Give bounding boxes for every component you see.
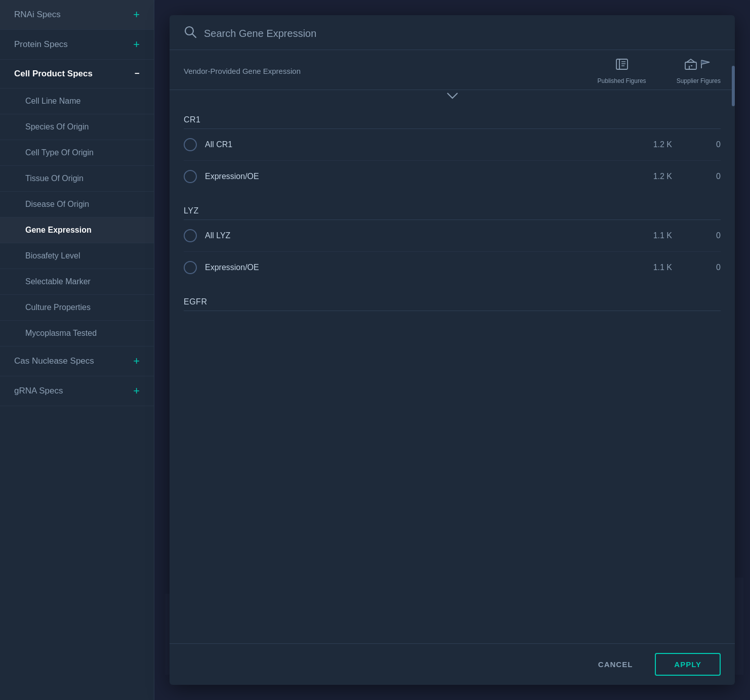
sidebar-item-tissue-of-origin[interactable]: Tissue Of Origin	[0, 166, 154, 192]
gene-row-label: All LYZ	[205, 231, 603, 240]
gene-row-label: Expression/OE	[205, 172, 603, 181]
sidebar-item-label: Protein Specs	[14, 39, 68, 50]
published-figures-label: Published Figures	[598, 77, 646, 84]
sidebar-item-cell-product-specs[interactable]: Cell Product Specs −	[0, 60, 154, 89]
gene-row-supplier: 0	[680, 140, 721, 149]
expand-icon: +	[133, 39, 140, 50]
sidebar-item-biosafety-level[interactable]: Biosafety Level	[0, 243, 154, 269]
published-figures-icon	[615, 57, 629, 74]
gene-expression-list[interactable]: CR1 All CR1 1.2 K 0 Expression/OE 1.2 K …	[170, 101, 735, 643]
sidebar-child-label: Culture Properties	[25, 303, 91, 312]
radio-all-cr1[interactable]	[184, 138, 197, 151]
published-figures-column: Published Figures	[598, 57, 646, 84]
vendor-label: Vendor-Provided Gene Expression	[184, 67, 598, 75]
expand-icon: +	[133, 356, 140, 367]
sidebar-child-label: Biosafety Level	[25, 251, 80, 260]
apply-button[interactable]: APPLY	[655, 653, 721, 676]
cancel-button[interactable]: CANCEL	[586, 654, 645, 675]
supplier-figures-label: Supplier Figures	[677, 77, 721, 84]
sidebar-child-label: Tissue Of Origin	[25, 174, 84, 183]
sidebar-child-label: Selectable Marker	[25, 277, 91, 286]
sidebar-item-cell-type-of-origin[interactable]: Cell Type Of Origin	[0, 140, 154, 166]
sidebar-item-cell-line-name[interactable]: Cell Line Name	[0, 89, 154, 114]
dialog-footer: CANCEL APPLY	[170, 643, 735, 685]
search-input[interactable]	[204, 28, 721, 39]
gene-expression-dialog: Vendor-Provided Gene Expression Publis	[170, 15, 735, 685]
radio-all-lyz[interactable]	[184, 229, 197, 242]
sidebar-child-label: Cell Line Name	[25, 97, 80, 106]
expand-icon: +	[133, 385, 140, 397]
expand-icon: +	[133, 9, 140, 20]
collapse-icon: −	[135, 69, 140, 79]
gene-row-supplier: 0	[680, 172, 721, 181]
sidebar: RNAi Specs + Protein Specs + Cell Produc…	[0, 0, 154, 700]
radio-expr-cr1[interactable]	[184, 170, 197, 183]
gene-row-published: 1.2 K	[611, 172, 672, 181]
column-figures: Published Figures	[598, 57, 721, 84]
gene-row-expr-cr1[interactable]: Expression/OE 1.2 K 0	[184, 161, 721, 192]
gene-group-cr1: CR1 All CR1 1.2 K 0 Expression/OE 1.2 K …	[184, 110, 721, 192]
chevron-indicator	[170, 90, 735, 101]
sidebar-child-label: Cell Type Of Origin	[25, 148, 94, 157]
gene-row-published: 1.2 K	[611, 140, 672, 149]
main-area: Vendor-Provided Gene Expression Publis	[154, 0, 750, 700]
sidebar-item-cas-nuclease-specs[interactable]: Cas Nuclease Specs +	[0, 346, 154, 376]
gene-row-supplier: 0	[680, 231, 721, 240]
sidebar-item-disease-of-origin[interactable]: Disease Of Origin	[0, 192, 154, 217]
gene-row-label: All CR1	[205, 140, 603, 149]
sidebar-item-mycoplasma-tested[interactable]: Mycoplasma Tested	[0, 321, 154, 346]
gene-group-lyz: LYZ All LYZ 1.1 K 0 Expression/OE 1.1 K …	[184, 201, 721, 283]
sidebar-item-label: gRNA Specs	[14, 386, 63, 396]
gene-row-published: 1.1 K	[611, 231, 672, 240]
sidebar-group-label-text: Cell Product Specs	[14, 69, 93, 79]
sidebar-child-label: Disease Of Origin	[25, 200, 89, 209]
sidebar-item-grna-specs[interactable]: gRNA Specs +	[0, 376, 154, 406]
svg-rect-35	[734, 578, 743, 675]
sidebar-child-label: Gene Expression	[25, 226, 92, 235]
supplier-figures-column: Supplier Figures	[677, 57, 721, 84]
sidebar-item-protein-specs[interactable]: Protein Specs +	[0, 30, 154, 60]
gene-group-header-lyz: LYZ	[184, 201, 721, 220]
sidebar-item-culture-properties[interactable]: Culture Properties	[0, 295, 154, 321]
svg-rect-39	[619, 59, 628, 69]
svg-line-37	[192, 34, 196, 37]
gene-row-expr-lyz[interactable]: Expression/OE 1.1 K 0	[184, 252, 721, 283]
gene-group-header-egfr: EGFR	[184, 292, 721, 311]
gene-group-header-cr1: CR1	[184, 110, 721, 129]
gene-group-egfr: EGFR	[184, 292, 721, 311]
gene-row-supplier: 0	[680, 263, 721, 272]
sidebar-child-label: Species Of Origin	[25, 122, 89, 132]
search-icon	[184, 25, 197, 41]
gene-row-label: Expression/OE	[205, 263, 603, 272]
column-headers: Vendor-Provided Gene Expression Publis	[170, 50, 735, 90]
sidebar-item-label: Cas Nuclease Specs	[14, 356, 94, 366]
gene-row-all-cr1[interactable]: All CR1 1.2 K 0	[184, 129, 721, 161]
sidebar-item-species-of-origin[interactable]: Species Of Origin	[0, 114, 154, 140]
supplier-figures-icon	[684, 57, 713, 74]
radio-expr-lyz[interactable]	[184, 261, 197, 274]
sidebar-item-label: RNAi Specs	[14, 10, 61, 20]
sidebar-item-gene-expression[interactable]: Gene Expression	[0, 217, 154, 243]
gene-row-all-lyz[interactable]: All LYZ 1.1 K 0	[184, 220, 721, 252]
sidebar-child-label: Mycoplasma Tested	[25, 329, 97, 338]
sidebar-item-rnai-specs[interactable]: RNAi Specs +	[0, 0, 154, 30]
gene-row-published: 1.1 K	[611, 263, 672, 272]
scroll-indicator	[732, 66, 735, 106]
search-bar	[170, 15, 735, 50]
sidebar-item-selectable-marker[interactable]: Selectable Marker	[0, 269, 154, 295]
